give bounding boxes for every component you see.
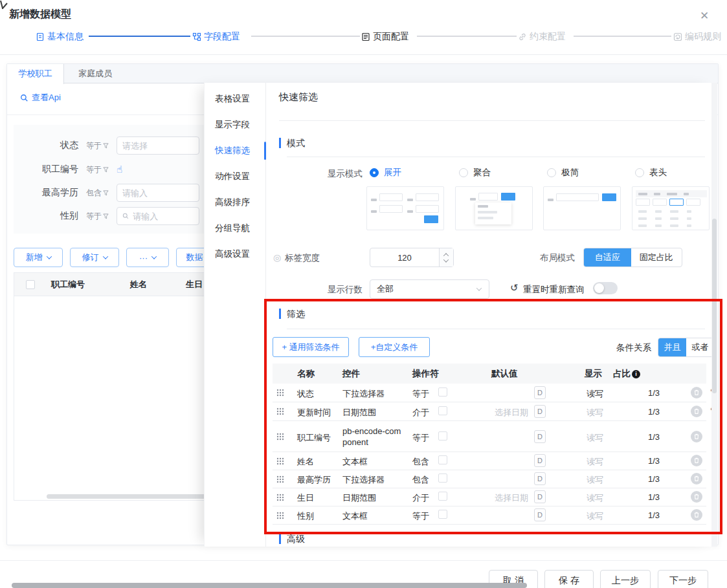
- delete-icon[interactable]: [691, 491, 702, 505]
- column-header[interactable]: 职工编号: [51, 279, 85, 290]
- default-d-button[interactable]: D: [534, 430, 546, 443]
- default-d-button[interactable]: D: [534, 405, 546, 418]
- add-common-filter-button[interactable]: + 通用筛选条件: [273, 337, 349, 357]
- menu-item-advanced-settings[interactable]: 高级设置: [205, 241, 266, 267]
- default-d-button[interactable]: D: [534, 472, 546, 485]
- radio-expand[interactable]: 展开: [370, 167, 401, 179]
- menu-item-display-fields[interactable]: 显示字段: [205, 112, 266, 138]
- number-stepper[interactable]: [439, 248, 453, 267]
- next-step-button[interactable]: 下一步: [658, 570, 708, 588]
- drag-handle[interactable]: [276, 408, 284, 417]
- status-select-input[interactable]: [122, 141, 194, 151]
- drag-handle[interactable]: [276, 475, 284, 485]
- radio-aggregate[interactable]: 聚合: [459, 167, 491, 179]
- hand-pointer-icon[interactable]: ☝: [117, 164, 122, 175]
- cell-display[interactable]: 读写: [587, 492, 603, 504]
- cell-display[interactable]: 读写: [587, 474, 603, 486]
- status-select[interactable]: [117, 136, 199, 155]
- drag-handle[interactable]: [276, 389, 284, 398]
- step-basic-info[interactable]: 基本信息: [36, 30, 84, 44]
- cell-display[interactable]: 读写: [587, 407, 603, 419]
- step-encoding-rule[interactable]: 编码规则: [673, 30, 721, 44]
- operator-checkbox[interactable]: [438, 492, 447, 501]
- link-icon: [518, 32, 527, 41]
- operator-checkbox[interactable]: [438, 431, 447, 441]
- delete-icon[interactable]: [691, 473, 702, 486]
- prev-step-button[interactable]: 上一步: [600, 570, 651, 588]
- operator-checkbox[interactable]: [438, 510, 447, 519]
- drag-handle[interactable]: [276, 457, 284, 467]
- default-d-button[interactable]: D: [534, 508, 546, 521]
- tab-family-members[interactable]: 家庭成员: [64, 64, 126, 83]
- cell-default-placeholder[interactable]: 选择日期: [495, 492, 528, 504]
- reset-requery-toggle[interactable]: [593, 282, 618, 294]
- add-button[interactable]: 新增: [14, 248, 63, 267]
- preview-expand[interactable]: [366, 186, 444, 230]
- default-d-button[interactable]: D: [534, 454, 546, 467]
- step-field-config[interactable]: 字段配置: [192, 30, 240, 44]
- gender-text-input[interactable]: [133, 212, 194, 221]
- add-custom-filter-button[interactable]: +自定义条件: [359, 337, 430, 357]
- operator-label[interactable]: 包含: [86, 188, 109, 199]
- operator-label[interactable]: 等于: [86, 211, 109, 222]
- select-all-checkbox[interactable]: [26, 280, 35, 289]
- preview-aggregate[interactable]: [455, 186, 533, 230]
- menu-item-advanced-sort[interactable]: 高级排序: [205, 190, 266, 215]
- cell-display[interactable]: 读写: [587, 456, 603, 468]
- radio-header[interactable]: 表头: [635, 167, 667, 179]
- label-width-input[interactable]: [370, 248, 454, 267]
- preview-minimal[interactable]: [543, 186, 621, 230]
- cell-display[interactable]: 读写: [587, 388, 603, 400]
- operator-checkbox[interactable]: [438, 406, 447, 415]
- radio-minimal[interactable]: 极简: [547, 167, 579, 179]
- info-icon[interactable]: i: [632, 370, 640, 378]
- delete-icon[interactable]: [691, 455, 702, 468]
- tab-school-staff[interactable]: 学校职工: [7, 64, 64, 84]
- segment-and[interactable]: 并且: [658, 338, 686, 356]
- segment-adaptive[interactable]: 自适应: [584, 248, 631, 267]
- delete-icon[interactable]: [691, 509, 702, 523]
- operator-checkbox[interactable]: [438, 455, 447, 464]
- operator-label[interactable]: 等于: [86, 140, 109, 151]
- education-text-input[interactable]: [122, 188, 194, 198]
- close-icon[interactable]: ✕: [700, 9, 709, 23]
- menu-item-action-settings[interactable]: 动作设置: [205, 164, 266, 190]
- cell-default-placeholder[interactable]: 选择日期: [495, 407, 528, 419]
- menu-item-table-settings[interactable]: 表格设置: [205, 86, 266, 112]
- education-input[interactable]: [117, 184, 199, 202]
- column-header[interactable]: 生日: [186, 279, 203, 290]
- cell-display[interactable]: 读写: [587, 432, 603, 444]
- operator-checkbox[interactable]: [438, 387, 447, 397]
- delete-icon[interactable]: [691, 406, 702, 419]
- step-page-config[interactable]: 页面配置: [361, 30, 409, 44]
- more-actions-button[interactable]: ···: [126, 248, 169, 267]
- label-width-value[interactable]: [370, 248, 439, 267]
- save-button[interactable]: 保 存: [544, 570, 594, 588]
- gender-search-input[interactable]: [117, 207, 199, 225]
- cell-display[interactable]: 读写: [587, 510, 603, 522]
- menu-item-quick-filter[interactable]: 快速筛选: [205, 138, 266, 164]
- delete-icon[interactable]: [691, 431, 702, 444]
- drag-handle[interactable]: [276, 494, 284, 503]
- stepper-down-icon[interactable]: [443, 257, 449, 262]
- drag-handle[interactable]: [276, 512, 284, 521]
- horizontal-scrollbar[interactable]: [12, 583, 527, 588]
- drag-handle[interactable]: [276, 433, 284, 442]
- operator-label[interactable]: 等于: [86, 164, 109, 175]
- column-header[interactable]: 姓名: [130, 279, 147, 290]
- view-api-link[interactable]: 查看Api: [20, 92, 61, 103]
- drawer-scrollbar-thumb[interactable]: [712, 219, 717, 393]
- revise-button[interactable]: 修订: [70, 248, 119, 267]
- menu-item-group-nav[interactable]: 分组导航: [205, 215, 266, 241]
- operator-checkbox[interactable]: [438, 474, 447, 483]
- default-d-button[interactable]: D: [534, 490, 546, 503]
- step-connector: [417, 36, 517, 37]
- segment-fixed-ratio[interactable]: 固定占比: [631, 248, 682, 267]
- delete-icon[interactable]: [691, 387, 702, 400]
- default-d-button[interactable]: D: [534, 386, 546, 399]
- step-connector: [574, 36, 671, 37]
- step-constraint-config[interactable]: 约束配置: [518, 30, 566, 44]
- segment-or[interactable]: 或者: [686, 338, 714, 356]
- display-rows-select[interactable]: 全部: [370, 279, 489, 299]
- preview-header[interactable]: [632, 186, 710, 230]
